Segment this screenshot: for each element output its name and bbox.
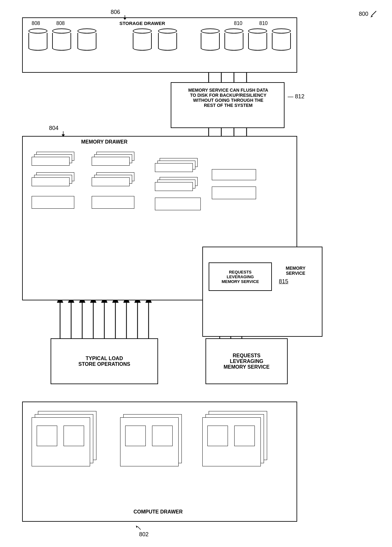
cylinder-8 (248, 28, 267, 49)
ref-810-right2: 810 (259, 21, 268, 26)
memory-drawer-label: MEMORY DRAWER (73, 139, 136, 145)
flush-note-box: MEMORY SERVICE CAN FLUSH DATATO DISK FOR… (171, 82, 285, 128)
storage-drawer-label: STORAGE DRAWER (111, 21, 174, 26)
cylinder-4 (133, 28, 152, 49)
svg-line-30 (371, 11, 376, 16)
ref-804: 804 (49, 125, 58, 132)
ref-812: — 812 (288, 93, 304, 100)
requests-label: REQUESTSLEVERAGINGMEMORY SERVICE (224, 353, 270, 370)
cylinder-2 (52, 28, 71, 49)
cylinder-5 (158, 28, 177, 49)
svg-line-36 (138, 526, 141, 530)
ref-806: 806 (111, 9, 120, 15)
cylinder-1 (28, 28, 47, 49)
ref-804-arrow (59, 131, 67, 138)
compute-drawer-label: COMPUTE DRAWER (133, 509, 183, 515)
memory-service-outer-box (202, 247, 322, 337)
svg-marker-35 (62, 134, 65, 137)
ref-806-arrow (120, 15, 130, 20)
ref-808-left1: 808 (32, 21, 40, 26)
ref-815: 815 (279, 278, 288, 285)
ref-802-arrow (136, 525, 145, 533)
flush-note-text: MEMORY SERVICE CAN FLUSH DATATO DISK FOR… (175, 88, 282, 108)
memory-service-label: MEMORYSERVICE (278, 266, 313, 276)
typical-load-label: TYPICAL LOADSTORE OPERATIONS (78, 356, 130, 367)
requests-leveraging-inner-box: REQUESTSLEVERAGINGMEMORY SERVICE (209, 262, 272, 291)
svg-marker-33 (123, 18, 126, 20)
ref-808-left2: 808 (56, 21, 65, 26)
ref-800: 800 (359, 9, 379, 19)
typical-load-box: TYPICAL LOADSTORE OPERATIONS (51, 338, 158, 384)
requests-box: REQUESTSLEVERAGINGMEMORY SERVICE (205, 338, 288, 384)
cylinder-9 (272, 28, 291, 49)
cylinder-7 (224, 28, 243, 49)
svg-marker-37 (136, 525, 138, 528)
svg-marker-31 (371, 16, 373, 17)
diagram-container: 800 STORAGE DRAWER 806 808 808 810 810 (0, 0, 392, 547)
cylinder-6 (201, 28, 220, 49)
cylinder-3 (77, 28, 96, 49)
ref-810-right1: 810 (234, 21, 242, 26)
